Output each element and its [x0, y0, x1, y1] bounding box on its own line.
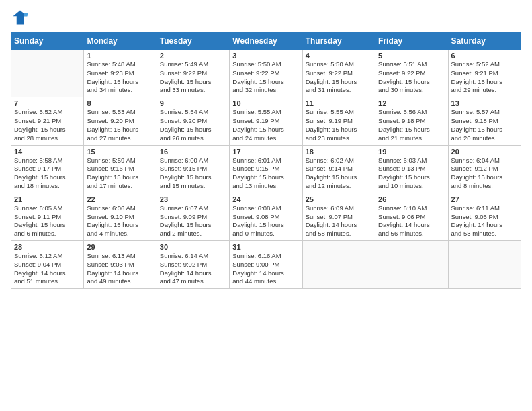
day-number: 19: [378, 148, 445, 156]
calendar-cell: [11, 50, 84, 97]
calendar-cell: 17Sunrise: 6:01 AM Sunset: 9:15 PM Dayli…: [230, 145, 302, 193]
calendar-cell: [375, 241, 448, 289]
day-number: 13: [451, 99, 518, 107]
calendar-cell: 3Sunrise: 5:50 AM Sunset: 9:22 PM Daylig…: [230, 50, 302, 97]
day-info: Sunrise: 5:50 AM Sunset: 9:22 PM Dayligh…: [306, 60, 372, 95]
day-number: 29: [87, 243, 153, 251]
calendar-cell: 16Sunrise: 6:00 AM Sunset: 9:15 PM Dayli…: [157, 145, 229, 193]
day-number: 1: [87, 52, 153, 60]
day-info: Sunrise: 5:50 AM Sunset: 9:22 PM Dayligh…: [232, 60, 299, 95]
day-number: 3: [232, 52, 299, 60]
calendar-cell: 2Sunrise: 5:49 AM Sunset: 9:22 PM Daylig…: [157, 50, 229, 97]
day-number: 14: [14, 148, 81, 156]
day-number: 28: [14, 243, 81, 251]
day-number: 23: [160, 195, 226, 203]
day-info: Sunrise: 6:12 AM Sunset: 9:04 PM Dayligh…: [14, 252, 81, 286]
day-info: Sunrise: 5:53 AM Sunset: 9:20 PM Dayligh…: [87, 108, 153, 142]
calendar-cell: 30Sunrise: 6:14 AM Sunset: 9:02 PM Dayli…: [157, 241, 229, 289]
calendar-cell: [302, 241, 375, 289]
calendar-cell: [448, 241, 521, 289]
header: [11, 8, 521, 27]
calendar-col-thursday: Thursday: [302, 33, 375, 50]
calendar-cell: 25Sunrise: 6:09 AM Sunset: 9:07 PM Dayli…: [302, 193, 375, 240]
day-info: Sunrise: 6:14 AM Sunset: 9:02 PM Dayligh…: [160, 252, 226, 286]
calendar-cell: 13Sunrise: 5:57 AM Sunset: 9:18 PM Dayli…: [448, 97, 521, 145]
day-info: Sunrise: 5:55 AM Sunset: 9:19 PM Dayligh…: [232, 108, 299, 142]
day-info: Sunrise: 6:13 AM Sunset: 9:03 PM Dayligh…: [87, 252, 153, 286]
day-number: 16: [160, 148, 226, 156]
day-number: 24: [232, 195, 299, 203]
day-info: Sunrise: 6:10 AM Sunset: 9:06 PM Dayligh…: [378, 204, 445, 238]
day-number: 21: [14, 195, 81, 203]
calendar-cell: 24Sunrise: 6:08 AM Sunset: 9:08 PM Dayli…: [230, 193, 302, 240]
day-number: 8: [87, 99, 153, 107]
day-info: Sunrise: 5:48 AM Sunset: 9:23 PM Dayligh…: [87, 60, 153, 95]
day-number: 5: [378, 52, 445, 60]
calendar-cell: 6Sunrise: 5:52 AM Sunset: 9:21 PM Daylig…: [448, 50, 521, 97]
day-info: Sunrise: 5:51 AM Sunset: 9:22 PM Dayligh…: [378, 60, 445, 95]
day-number: 20: [451, 148, 518, 156]
logo-icon: [11, 8, 30, 27]
calendar-cell: 7Sunrise: 5:52 AM Sunset: 9:21 PM Daylig…: [11, 97, 84, 145]
day-number: 31: [232, 243, 299, 251]
calendar-cell: 14Sunrise: 5:58 AM Sunset: 9:17 PM Dayli…: [11, 145, 84, 193]
day-info: Sunrise: 6:03 AM Sunset: 9:13 PM Dayligh…: [378, 156, 445, 191]
calendar-cell: 26Sunrise: 6:10 AM Sunset: 9:06 PM Dayli…: [375, 193, 448, 240]
calendar-cell: 5Sunrise: 5:51 AM Sunset: 9:22 PM Daylig…: [375, 50, 448, 97]
day-info: Sunrise: 5:58 AM Sunset: 9:17 PM Dayligh…: [14, 156, 81, 191]
calendar-cell: 8Sunrise: 5:53 AM Sunset: 9:20 PM Daylig…: [84, 97, 157, 145]
calendar-week-3: 14Sunrise: 5:58 AM Sunset: 9:17 PM Dayli…: [11, 145, 521, 193]
calendar-col-saturday: Saturday: [448, 33, 521, 50]
svg-marker-1: [24, 13, 28, 16]
calendar-cell: 31Sunrise: 6:16 AM Sunset: 9:00 PM Dayli…: [230, 241, 302, 289]
day-info: Sunrise: 6:07 AM Sunset: 9:09 PM Dayligh…: [160, 204, 226, 238]
day-info: Sunrise: 5:55 AM Sunset: 9:19 PM Dayligh…: [306, 108, 372, 142]
svg-marker-0: [13, 11, 28, 25]
page: SundayMondayTuesdayWednesdayThursdayFrid…: [0, 0, 532, 411]
day-info: Sunrise: 6:00 AM Sunset: 9:15 PM Dayligh…: [160, 156, 226, 191]
day-number: 27: [451, 195, 518, 203]
day-number: 12: [378, 99, 445, 107]
day-info: Sunrise: 5:57 AM Sunset: 9:18 PM Dayligh…: [451, 108, 518, 142]
day-number: 30: [160, 243, 226, 251]
day-number: 18: [306, 148, 372, 156]
day-info: Sunrise: 6:02 AM Sunset: 9:14 PM Dayligh…: [306, 156, 372, 191]
calendar-cell: 11Sunrise: 5:55 AM Sunset: 9:19 PM Dayli…: [302, 97, 375, 145]
calendar-col-friday: Friday: [375, 33, 448, 50]
calendar-week-5: 28Sunrise: 6:12 AM Sunset: 9:04 PM Dayli…: [11, 241, 521, 289]
calendar-col-monday: Monday: [84, 33, 157, 50]
calendar-cell: 23Sunrise: 6:07 AM Sunset: 9:09 PM Dayli…: [157, 193, 229, 240]
day-number: 22: [87, 195, 153, 203]
day-info: Sunrise: 5:52 AM Sunset: 9:21 PM Dayligh…: [451, 60, 518, 95]
calendar-cell: 15Sunrise: 5:59 AM Sunset: 9:16 PM Dayli…: [84, 145, 157, 193]
day-number: 26: [378, 195, 445, 203]
day-info: Sunrise: 6:16 AM Sunset: 9:00 PM Dayligh…: [232, 252, 299, 286]
calendar-col-sunday: Sunday: [11, 33, 84, 50]
calendar-col-wednesday: Wednesday: [230, 33, 302, 50]
day-number: 9: [160, 99, 226, 107]
calendar-cell: 29Sunrise: 6:13 AM Sunset: 9:03 PM Dayli…: [84, 241, 157, 289]
calendar-header-row: SundayMondayTuesdayWednesdayThursdayFrid…: [11, 33, 521, 50]
day-number: 11: [306, 99, 372, 107]
calendar-cell: 18Sunrise: 6:02 AM Sunset: 9:14 PM Dayli…: [302, 145, 375, 193]
day-info: Sunrise: 5:54 AM Sunset: 9:20 PM Dayligh…: [160, 108, 226, 142]
day-number: 10: [232, 99, 299, 107]
calendar-cell: 4Sunrise: 5:50 AM Sunset: 9:22 PM Daylig…: [302, 50, 375, 97]
day-info: Sunrise: 6:09 AM Sunset: 9:07 PM Dayligh…: [306, 204, 372, 238]
day-info: Sunrise: 6:11 AM Sunset: 9:05 PM Dayligh…: [451, 204, 518, 238]
day-info: Sunrise: 6:05 AM Sunset: 9:11 PM Dayligh…: [14, 204, 81, 238]
calendar-cell: 27Sunrise: 6:11 AM Sunset: 9:05 PM Dayli…: [448, 193, 521, 240]
calendar-cell: 20Sunrise: 6:04 AM Sunset: 9:12 PM Dayli…: [448, 145, 521, 193]
calendar-col-tuesday: Tuesday: [157, 33, 229, 50]
day-number: 4: [306, 52, 372, 60]
calendar-week-1: 1Sunrise: 5:48 AM Sunset: 9:23 PM Daylig…: [11, 50, 521, 97]
day-number: 25: [306, 195, 372, 203]
day-info: Sunrise: 6:08 AM Sunset: 9:08 PM Dayligh…: [232, 204, 299, 238]
calendar-cell: 22Sunrise: 6:06 AM Sunset: 9:10 PM Dayli…: [84, 193, 157, 240]
calendar-cell: 12Sunrise: 5:56 AM Sunset: 9:18 PM Dayli…: [375, 97, 448, 145]
day-info: Sunrise: 5:56 AM Sunset: 9:18 PM Dayligh…: [378, 108, 445, 142]
calendar-cell: 1Sunrise: 5:48 AM Sunset: 9:23 PM Daylig…: [84, 50, 157, 97]
day-number: 2: [160, 52, 226, 60]
calendar-cell: 10Sunrise: 5:55 AM Sunset: 9:19 PM Dayli…: [230, 97, 302, 145]
day-info: Sunrise: 6:01 AM Sunset: 9:15 PM Dayligh…: [232, 156, 299, 191]
